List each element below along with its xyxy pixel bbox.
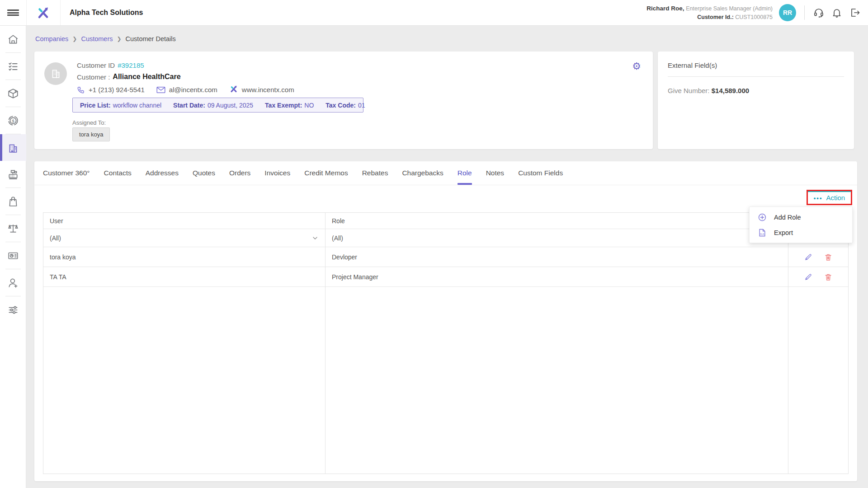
- column-header-user[interactable]: User: [43, 213, 326, 229]
- table-row-actions: [788, 247, 848, 267]
- breadcrumb-companies[interactable]: Companies: [35, 35, 68, 42]
- breadcrumb-current: Customer Details: [126, 35, 176, 42]
- customer-website-value: www.incentx.com: [242, 86, 294, 94]
- notifications-bell-icon[interactable]: [831, 7, 843, 19]
- chevron-down-icon: [311, 235, 319, 242]
- sidebar-item-add-user[interactable]: [0, 269, 26, 296]
- tab-addresses[interactable]: Addresses: [146, 169, 179, 185]
- customer-name: Alliance HealthCare: [113, 73, 180, 81]
- dollar-coin-icon: $: [7, 115, 19, 127]
- sidebar-item-billing[interactable]: [0, 161, 26, 188]
- table-row-actions: [788, 267, 848, 287]
- building-icon: [50, 68, 61, 80]
- assigned-to-label: Assigned To:: [72, 119, 106, 126]
- breadcrumb: Companies ❯ Customers ❯ Customer Details: [35, 35, 176, 42]
- tab-contacts[interactable]: Contacts: [104, 169, 132, 185]
- support-headset-icon[interactable]: [813, 7, 825, 19]
- menu-item-add-role[interactable]: Add Role: [750, 210, 852, 225]
- circle-plus-icon: [758, 213, 767, 222]
- edit-pencil-icon[interactable]: [804, 253, 812, 261]
- customer-website[interactable]: www.incentx.com: [229, 84, 294, 95]
- table-empty-area: [326, 287, 788, 474]
- edit-pencil-icon[interactable]: [804, 273, 812, 281]
- tab-rebates[interactable]: Rebates: [362, 169, 388, 185]
- customer-email-value: al@incentx.com: [169, 86, 217, 94]
- avatar[interactable]: RR: [779, 4, 796, 21]
- column-header-role[interactable]: Role: [326, 213, 788, 229]
- shopping-bag-icon: [7, 196, 19, 207]
- role-filter-value: (All): [332, 235, 343, 242]
- delete-trash-icon[interactable]: [824, 253, 832, 261]
- sidebar-item-products[interactable]: [0, 80, 26, 107]
- header-divider: [804, 5, 805, 20]
- customer-id-link[interactable]: #392185: [118, 61, 144, 69]
- customer-avatar: [44, 62, 67, 85]
- external-fields-title: External Field(s): [668, 61, 844, 69]
- table-row-role: Project Manager: [326, 267, 788, 287]
- customer-phone-value: +1 (213) 924-5541: [89, 86, 145, 94]
- svg-text:C: C: [15, 225, 18, 228]
- user-filter-value: (All): [50, 235, 61, 242]
- table-empty-area: [43, 287, 326, 474]
- delete-trash-icon[interactable]: [824, 273, 832, 281]
- customer-id-field-label: Customer ID: [77, 61, 115, 69]
- tab-quotes[interactable]: Quotes: [193, 169, 215, 185]
- sidebar-item-orders[interactable]: [0, 188, 26, 215]
- tab-role[interactable]: Role: [458, 169, 472, 185]
- start-date-label: Start Date:: [173, 102, 205, 109]
- add-user-icon: [7, 277, 19, 289]
- sidebar-item-reports[interactable]: [0, 242, 26, 269]
- action-dots-icon: •••: [814, 195, 823, 202]
- sidebar-item-tasks[interactable]: [0, 53, 26, 80]
- sidebar-item-companies[interactable]: [0, 134, 26, 161]
- report-chart-icon: [7, 250, 19, 262]
- tab-chargebacks[interactable]: Chargebacks: [402, 169, 443, 185]
- table-row-user: TA TA: [43, 267, 326, 287]
- sidebar-item-debit-credit[interactable]: D C: [0, 215, 26, 242]
- customer-email[interactable]: al@incentx.com: [156, 86, 217, 94]
- package-icon: [7, 88, 19, 99]
- give-number-value: $14,589.000: [712, 87, 749, 94]
- cash-register-icon: [7, 169, 19, 180]
- table-row-role: Devloper: [326, 247, 788, 267]
- tab-custom-fields[interactable]: Custom Fields: [518, 169, 563, 185]
- sidebar-item-pricing[interactable]: $: [0, 107, 26, 134]
- hamburger-menu-icon[interactable]: [0, 0, 26, 25]
- action-button-label: Action: [826, 194, 845, 202]
- x-logo-icon: [229, 84, 238, 95]
- app-logo[interactable]: [26, 0, 61, 25]
- building-icon: [7, 142, 19, 154]
- breadcrumb-customers[interactable]: Customers: [81, 35, 113, 42]
- svg-text:$: $: [12, 118, 14, 123]
- price-list-label: Price List:: [80, 102, 111, 109]
- action-dropdown-menu: Add Role XLS Export: [749, 206, 853, 243]
- tab-bar: Customer 360° Contacts Addresses Quotes …: [34, 161, 857, 185]
- role-filter-dropdown[interactable]: (All): [326, 229, 788, 247]
- table-empty-area: [788, 287, 848, 474]
- customer-phone[interactable]: +1 (213) 924-5541: [77, 86, 145, 94]
- divider: [668, 76, 844, 77]
- sidebar-item-settings[interactable]: [0, 296, 26, 323]
- user-filter-dropdown[interactable]: (All): [43, 229, 326, 247]
- envelope-icon: [156, 86, 165, 94]
- tab-credit-memos[interactable]: Credit Memos: [304, 169, 348, 185]
- logout-icon[interactable]: [849, 7, 861, 19]
- tax-code-label: Tax Code:: [326, 102, 356, 109]
- app-title: Alpha Tech Solutions: [70, 9, 143, 17]
- sidebar-item-home[interactable]: [0, 26, 26, 52]
- tab-invoices[interactable]: Invoices: [264, 169, 290, 185]
- customer-detail-panel: Customer 360° Contacts Addresses Quotes …: [34, 161, 857, 481]
- tab-orders[interactable]: Orders: [229, 169, 250, 185]
- x-logo-icon: [36, 5, 51, 20]
- svg-text:XLS: XLS: [760, 233, 764, 235]
- customer-id-value: CUST1000875: [735, 14, 773, 20]
- menu-item-export[interactable]: XLS Export: [750, 225, 852, 240]
- menu-item-label: Export: [774, 229, 793, 236]
- customer-settings-gear-icon[interactable]: ⚙: [632, 61, 641, 71]
- tab-customer-360[interactable]: Customer 360°: [43, 169, 90, 185]
- phone-icon: [77, 86, 85, 94]
- customer-name-label: Customer :: [77, 73, 110, 81]
- action-button[interactable]: ••• Action: [807, 190, 852, 205]
- assigned-user-chip[interactable]: tora koya: [72, 127, 110, 141]
- tab-notes[interactable]: Notes: [486, 169, 505, 185]
